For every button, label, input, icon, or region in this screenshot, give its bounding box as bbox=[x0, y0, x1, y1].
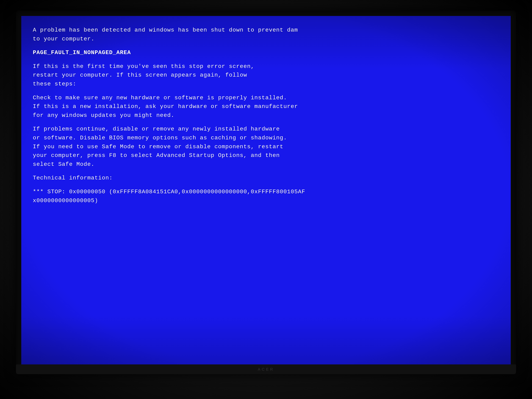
bsod-stop-line2: x0000000000000005) bbox=[33, 196, 499, 205]
bsod-screen: A problem has been detected and windows … bbox=[21, 16, 511, 369]
spacer-3 bbox=[33, 89, 499, 94]
bsod-para1-line1: If this is the first time you've seen th… bbox=[33, 62, 499, 71]
bsod-error-code: PAGE_FAULT_IN_NONPAGED_AREA bbox=[33, 48, 499, 57]
monitor-bottom-bar: acer bbox=[16, 364, 516, 374]
bsod-para1-line2: restart your computer. If this screen ap… bbox=[33, 71, 499, 80]
spacer-6 bbox=[33, 183, 499, 187]
bsod-para3-line3: If you need to use Safe Mode to remove o… bbox=[33, 142, 499, 151]
bsod-para3-line1: If problems continue, disable or remove … bbox=[33, 125, 499, 133]
monitor-brand: acer bbox=[258, 367, 274, 372]
spacer-5 bbox=[33, 169, 499, 174]
bsod-line-1: A problem has been detected and windows … bbox=[33, 26, 499, 35]
bsod-stop-line1: *** STOP: 0x00000050 (0xFFFFF8A084151CA0… bbox=[33, 187, 499, 196]
screen-bezel: A problem has been detected and windows … bbox=[16, 11, 516, 374]
bsod-para3-line2: or software. Disable BIOS memory options… bbox=[33, 133, 499, 142]
spacer-1 bbox=[33, 43, 499, 48]
spacer-4 bbox=[33, 120, 499, 125]
bsod-tech-header: Technical information: bbox=[33, 174, 499, 183]
spacer-2 bbox=[33, 57, 499, 62]
bsod-content: A problem has been detected and windows … bbox=[33, 26, 499, 205]
bsod-para2-line3: for any windows updates you might need. bbox=[33, 111, 499, 120]
bsod-line-2: to your computer. bbox=[33, 35, 499, 44]
bsod-para2-line2: If this is a new installation, ask your … bbox=[33, 102, 499, 111]
bsod-para2-line1: Check to make sure any new hardware or s… bbox=[33, 94, 499, 102]
bsod-para3-line5: select Safe Mode. bbox=[33, 160, 499, 169]
bsod-para3-line4: your computer, press F8 to select Advanc… bbox=[33, 151, 499, 160]
monitor-outer: A problem has been detected and windows … bbox=[0, 0, 532, 399]
bsod-para1-line3: these steps: bbox=[33, 80, 499, 89]
